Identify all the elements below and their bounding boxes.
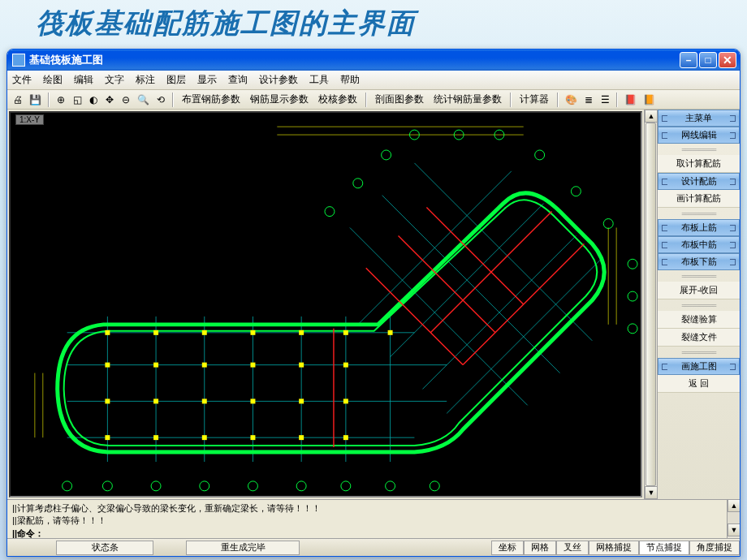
vertical-scrollbar[interactable]: ▲ ▼ [644,110,657,499]
menu-help[interactable]: 帮助 [340,73,360,87]
svg-point-73 [628,259,637,269]
cmd-scroll-down-icon[interactable]: ▼ [728,523,741,536]
svg-line-26 [399,235,495,332]
svg-rect-39 [202,363,207,368]
cmd-scroll-up-icon[interactable]: ▲ [728,499,741,512]
side-header-mid-rebar[interactable]: 布板中筋 [658,236,740,253]
status-angle-snap[interactable]: 角度捕捉 [689,541,740,555]
svg-point-75 [628,324,637,334]
side-item-draw-calc-rebar[interactable]: 画计算配筋 [658,190,740,208]
svg-rect-52 [250,435,255,440]
titlebar: 基础筏板施工图 – □ ✕ [7,50,740,71]
svg-rect-37 [105,363,110,368]
svg-rect-35 [343,330,348,335]
command-scrollbar[interactable]: ▲ ▼ [727,499,740,538]
side-item-expand-collapse[interactable]: 展开-收回 [658,282,740,299]
check-params-button[interactable]: 校核参数 [314,93,361,107]
menu-edit[interactable]: 编辑 [74,73,93,87]
app-window: 基础筏板施工图 – □ ✕ 文件 绘图 编辑 文字 标注 图层 显示 查询 设计… [6,49,741,557]
menu-dim[interactable]: 标注 [136,73,155,87]
side-sep-2: ========== [658,208,740,219]
slide-title: 筏板基础配筋施工图的主界面 [0,0,747,49]
toolbar-sep-2 [172,93,174,107]
command-prompt[interactable]: ||命令： [12,528,722,540]
scroll-down-icon[interactable]: ▼ [645,486,658,499]
status-crosshair[interactable]: 叉丝 [556,541,589,555]
zoom-out-icon[interactable]: ⊖ [119,93,133,107]
side-header-grid-edit[interactable]: 网线编辑 [658,127,740,144]
side-header-main[interactable]: 主菜单 [658,110,740,127]
svg-point-60 [296,481,306,491]
app-icon [12,54,25,67]
color-icon[interactable]: 🎨 [563,93,580,107]
side-header-bottom-rebar[interactable]: 布板下筋 [658,253,740,270]
print-icon[interactable]: 🖨 [11,93,25,107]
command-area[interactable]: ||计算考虑柱子偏心、交梁偏心导致的梁长变化，重新确定梁长，请等待！！！ ||梁… [7,499,727,538]
menu-file[interactable]: 文件 [12,73,32,87]
status-grid-snap[interactable]: 网格捕捉 [589,541,639,555]
props-icon[interactable]: ☰ [598,93,612,107]
command-line-1: ||计算考虑柱子偏心、交梁偏心导致的梁长变化，重新确定梁长，请等待！！！ [12,502,722,515]
svg-point-63 [430,481,439,491]
menu-layer[interactable]: 图层 [166,73,186,87]
rebar-layout-params-button[interactable]: 布置钢筋参数 [178,93,244,107]
exit-icon[interactable]: 📙 [641,93,658,107]
calculator-button[interactable]: 计算器 [516,93,553,107]
status-coords[interactable]: 坐标 [491,541,524,555]
menu-query[interactable]: 查询 [228,73,248,87]
svg-rect-42 [343,363,348,368]
save-icon[interactable]: 💾 [27,93,44,107]
svg-rect-34 [299,330,304,335]
rebar-stat-params-button[interactable]: 统计钢筋量参数 [430,93,506,107]
window-title: 基础筏板施工图 [29,53,678,67]
side-item-return[interactable]: 返 回 [658,375,740,393]
minimize-button[interactable]: – [680,52,697,68]
svg-rect-41 [299,363,304,368]
toolbar-sep-4 [510,93,512,107]
side-sep-3: ========== [658,270,740,282]
toolbar-sep-3 [365,93,367,107]
svg-point-70 [535,150,545,160]
menu-draw[interactable]: 绘图 [43,73,63,87]
side-header-draw-construction[interactable]: 画施工图 [658,358,740,375]
menu-text[interactable]: 文字 [105,73,124,87]
redraw-icon[interactable]: ⟲ [153,93,168,107]
layers-icon[interactable]: ≣ [581,93,596,107]
scroll-thumb[interactable] [646,123,656,486]
scroll-track[interactable] [645,123,657,486]
zoom-extents-icon[interactable]: ⊕ [54,93,68,107]
command-line-2: ||梁配筋，请等待！！！ [12,515,722,527]
menu-display[interactable]: 显示 [197,73,217,87]
pan-icon[interactable]: ✥ [102,93,117,107]
status-grid[interactable]: 网格 [524,541,556,555]
rebar-display-params-button[interactable]: 钢筋显示参数 [246,93,313,107]
side-item-crack-check[interactable]: 裂缝验算 [658,311,740,329]
side-header-design-rebar[interactable]: 设计配筋 [658,173,740,190]
cad-drawing [11,113,641,496]
close-button[interactable]: ✕ [719,52,736,68]
scroll-up-icon[interactable]: ▲ [645,110,658,123]
menu-design-params[interactable]: 设计参数 [259,73,298,87]
book-icon[interactable]: 📕 [622,93,639,107]
status-state[interactable]: 状态条 [56,541,153,555]
svg-point-56 [102,481,112,491]
maximize-button[interactable]: □ [699,52,717,68]
zoom-dynamic-icon[interactable]: ◐ [86,93,101,107]
svg-point-55 [63,481,72,491]
svg-rect-54 [343,435,348,440]
svg-rect-45 [202,398,207,403]
view-label: 1:X-Y [15,114,44,125]
toolbar-sep-5 [557,93,559,107]
side-item-get-calc-rebar[interactable]: 取计算配筋 [658,155,740,173]
zoom-window-icon[interactable]: ◱ [70,93,84,107]
side-sep-5: ========== [658,347,740,358]
svg-point-74 [628,291,637,301]
status-regen[interactable]: 重生成完毕 [186,541,300,555]
zoom-realtime-icon[interactable]: 🔍 [135,93,152,107]
menu-tools[interactable]: 工具 [309,73,329,87]
side-header-top-rebar[interactable]: 布板上筋 [658,219,740,236]
status-node-snap[interactable]: 节点捕捉 [639,541,689,555]
drawing-canvas[interactable]: 1:X-Y [9,111,642,498]
side-item-crack-file[interactable]: 裂缝文件 [658,329,740,347]
section-params-button[interactable]: 剖面图参数 [371,93,428,107]
